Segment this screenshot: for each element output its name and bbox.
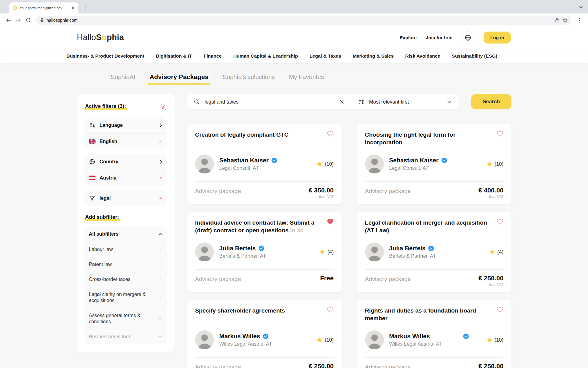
- page-tab[interactable]: Sophia's selections: [223, 74, 275, 81]
- filter-value-label: English: [100, 139, 117, 144]
- package-type-label: Advisory package: [365, 364, 411, 368]
- category-nav-item[interactable]: Legal & Taxes: [310, 53, 341, 59]
- add-subfilter-icon[interactable]: [158, 262, 162, 267]
- category-nav-item[interactable]: Marketing & Sales: [353, 53, 394, 59]
- package-title: Specify shareholder agreements: [195, 307, 322, 315]
- add-subfilter-icon[interactable]: [158, 334, 162, 340]
- forward-icon[interactable]: [13, 15, 23, 25]
- bookmark-star-icon[interactable]: [562, 17, 568, 23]
- subfilter-row[interactable]: Patent law: [85, 257, 167, 272]
- remove-language-icon[interactable]: ×: [159, 138, 162, 145]
- category-nav-item[interactable]: Digitisation & IT: [156, 53, 192, 59]
- vat-note: Excl. VAT: [478, 195, 503, 198]
- back-icon[interactable]: [4, 15, 13, 25]
- all-subfilters-toggle[interactable]: All subfilters: [85, 226, 167, 242]
- page-tab[interactable]: My Favorites: [289, 74, 324, 81]
- chevron-up-icon: [158, 233, 162, 236]
- add-subfilter-icon[interactable]: [158, 316, 162, 322]
- uk-flag-icon: [89, 139, 96, 144]
- country-filter-value-row: Austria ×: [85, 170, 167, 186]
- rating: (10): [486, 161, 503, 167]
- category-nav-item[interactable]: Human Capital & Leadership: [233, 53, 298, 59]
- page-tab[interactable]: SophiaAI: [111, 74, 135, 81]
- tab-close-icon[interactable]: [70, 6, 75, 10]
- new-tab-icon[interactable]: [81, 4, 89, 12]
- active-filters-title: Active filters (3):: [85, 103, 127, 110]
- country-filter-group: Country Austria ×: [85, 154, 167, 186]
- clear-all-filters-icon[interactable]: [160, 104, 167, 112]
- remove-country-icon[interactable]: ×: [159, 175, 162, 181]
- lock-icon: [40, 18, 44, 22]
- keyword-filter-label: legal: [100, 195, 111, 201]
- favorite-heart-icon[interactable]: [327, 218, 334, 226]
- search-input[interactable]: [205, 99, 335, 105]
- category-nav-item[interactable]: Sustainability (ESG): [452, 53, 497, 59]
- page-tab[interactable]: Advisory Packages: [149, 73, 209, 81]
- verified-icon: [428, 245, 434, 251]
- language-filter-row[interactable]: Language: [85, 117, 167, 133]
- add-subfilter-icon[interactable]: [158, 295, 162, 301]
- subfilter-label: Cross-border taxes: [89, 276, 130, 283]
- package-card[interactable]: Rights and duties as a foundation board …: [357, 300, 512, 368]
- package-card[interactable]: Legal clarification of merger and acquis…: [357, 212, 512, 292]
- package-card[interactable]: Specify shareholder agreements: [187, 300, 342, 368]
- browser-window: Your portal for digitized adv hallosophi…: [0, 0, 588, 368]
- category-nav-item[interactable]: Finance: [204, 53, 222, 59]
- language-globe-button[interactable]: [462, 31, 474, 44]
- add-subfilter-icon[interactable]: [158, 247, 162, 252]
- rating: (10): [316, 161, 334, 167]
- avatar: [365, 154, 384, 173]
- package-title: Legal clarification of merger and acquis…: [365, 219, 492, 234]
- subfilter-row[interactable]: Legal clarity on mergers & acquisitions: [85, 287, 167, 308]
- avatar: [195, 154, 214, 173]
- subfilter-row[interactable]: Assess general terms & conditions: [85, 308, 167, 329]
- consultant-name: Markus Willes: [389, 333, 430, 340]
- tab-title: Your portal for digitized adv: [20, 6, 68, 10]
- favorite-heart-icon[interactable]: [327, 131, 334, 138]
- favorite-heart-icon[interactable]: [496, 131, 503, 138]
- subfilter-row[interactable]: Business legal form: [85, 329, 167, 344]
- price: Free: [320, 275, 334, 282]
- tabstrip-chevron-icon[interactable]: [579, 4, 583, 10]
- reload-icon[interactable]: [23, 15, 33, 25]
- add-subfilter-icon[interactable]: [158, 277, 162, 283]
- category-nav-item[interactable]: Business- & Product Development: [66, 53, 144, 59]
- site-logo[interactable]: HalloSophia: [77, 33, 124, 42]
- search-bar: Most relevant first: [187, 94, 459, 109]
- share-icon[interactable]: [555, 17, 560, 23]
- clear-search-icon[interactable]: [340, 100, 344, 104]
- filter-group-label: Country: [100, 159, 118, 165]
- favorite-heart-icon[interactable]: [496, 218, 503, 226]
- package-type-label: Advisory package: [195, 276, 241, 283]
- keyword-filter-group: legal ×: [85, 190, 167, 206]
- rating-count: (10): [495, 161, 503, 167]
- chevron-right-icon[interactable]: [160, 160, 162, 164]
- package-card[interactable]: Creation of legally compliant GTC: [187, 124, 342, 204]
- search-button[interactable]: Search: [471, 94, 511, 109]
- join-for-free-link[interactable]: Join for free: [426, 35, 452, 40]
- package-card[interactable]: Individual advice on contract law: Submi…: [187, 212, 342, 292]
- star-icon: [316, 337, 322, 343]
- favorite-heart-icon[interactable]: [327, 306, 334, 314]
- explore-link[interactable]: Explore: [400, 35, 417, 40]
- subfilter-row[interactable]: Labour law: [85, 242, 167, 257]
- browser-menu-icon[interactable]: [575, 15, 584, 25]
- chevron-right-icon[interactable]: [160, 123, 162, 127]
- sort-dropdown[interactable]: Most relevant first: [351, 99, 459, 105]
- remove-keyword-icon[interactable]: ×: [159, 195, 162, 202]
- subfilter-row[interactable]: Cross-border taxes: [85, 272, 167, 287]
- country-filter-row[interactable]: Country: [85, 154, 167, 170]
- price: € 250.00: [478, 275, 503, 282]
- verified-icon: [441, 157, 447, 163]
- browser-tab[interactable]: Your portal for digitized adv: [9, 2, 78, 13]
- url-bar[interactable]: hallosophia.com: [36, 16, 571, 25]
- filter-group-label: Language: [100, 123, 123, 128]
- package-title: Rights and duties as a foundation board …: [365, 307, 492, 322]
- package-type-label: Advisory package: [195, 188, 241, 195]
- favorite-heart-icon[interactable]: [496, 306, 503, 314]
- url-text[interactable]: hallosophia.com: [47, 18, 552, 23]
- login-button[interactable]: Log in: [484, 32, 511, 44]
- package-card[interactable]: Choosing the right legal form for incorp…: [357, 124, 512, 204]
- rating-count: (10): [325, 337, 334, 343]
- category-nav-item[interactable]: Risk Avoidance: [405, 53, 440, 59]
